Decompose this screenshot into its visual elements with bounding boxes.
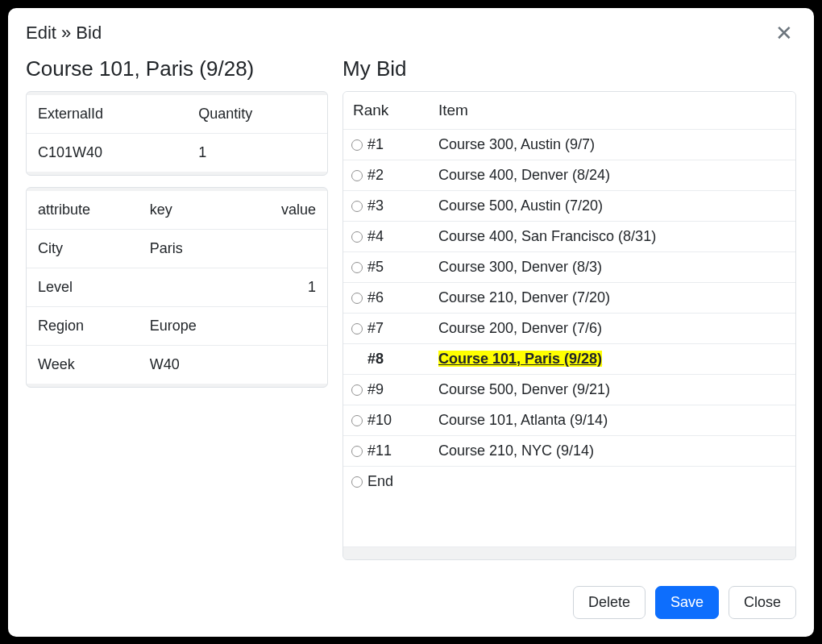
bid-item-label: Course 210, NYC (9/14)	[438, 442, 594, 459]
attr-key: W40	[139, 345, 242, 384]
bid-end-label: End	[367, 473, 393, 489]
attribute-row: Level1	[27, 268, 327, 306]
bid-item-label: Course 101, Paris (9/28)	[438, 351, 602, 367]
bid-row[interactable]: #4Course 400, San Francisco (8/31)	[343, 221, 795, 251]
bid-item-label: Course 300, Denver (8/3)	[438, 259, 602, 275]
bid-row[interactable]: #9Course 500, Denver (9/21)	[343, 374, 795, 405]
bid-row[interactable]: #3Course 500, Austin (7/20)	[343, 190, 795, 221]
bid-rank-cell[interactable]: End	[343, 466, 432, 497]
bid-row[interactable]: #7Course 200, Denver (7/6)	[343, 313, 795, 343]
delete-button[interactable]: Delete	[573, 586, 646, 619]
bid-rank-cell[interactable]: #1	[343, 129, 432, 160]
bid-rank-cell[interactable]: #11	[343, 435, 432, 466]
radio-icon[interactable]	[351, 201, 363, 212]
bid-rank-cell[interactable]: #7	[343, 313, 432, 343]
modal-body: Course 101, Paris (9/28) ExternalId Quan…	[8, 56, 814, 575]
bid-row[interactable]: #2Course 400, Denver (8/24)	[343, 160, 795, 190]
item-heading: Course 101, Paris (9/28)	[26, 56, 328, 81]
bid-item-cell[interactable]: Course 400, San Francisco (8/31)	[432, 221, 795, 251]
modal-header: Edit » Bid ✕	[8, 8, 814, 56]
bid-rank-cell[interactable]: #2	[343, 160, 432, 190]
bid-rank-label: #1	[367, 136, 384, 152]
radio-icon[interactable]	[351, 170, 363, 181]
attribute-row: RegionEurope	[27, 306, 327, 345]
radio-icon[interactable]	[351, 476, 363, 488]
bid-item-cell	[432, 466, 795, 497]
radio-icon[interactable]	[351, 262, 363, 273]
attrs-header-attribute: attribute	[27, 191, 139, 230]
attr-name: Region	[27, 306, 139, 345]
bid-card: Rank Item #1Course 300, Austin (9/7)#2Co…	[342, 91, 796, 560]
bid-item-label: Course 500, Austin (7/20)	[438, 197, 603, 214]
bid-item-cell[interactable]: Course 500, Denver (9/21)	[432, 374, 795, 405]
bid-item-cell[interactable]: Course 300, Denver (8/3)	[432, 251, 795, 282]
bid-item-cell[interactable]: Course 500, Austin (7/20)	[432, 190, 795, 221]
bid-item-cell[interactable]: Course 200, Denver (7/6)	[432, 313, 795, 343]
details-header-externalid: ExternalId	[27, 95, 187, 134]
attribute-row: WeekW40	[27, 345, 327, 384]
attribute-row: CityParis	[27, 229, 327, 268]
bid-rank-label: #10	[367, 412, 392, 428]
bid-rank-cell[interactable]: #3	[343, 190, 432, 221]
radio-icon[interactable]	[351, 293, 363, 304]
radio-icon[interactable]	[351, 231, 363, 243]
bid-item-label: Course 400, San Francisco (8/31)	[438, 228, 656, 244]
radio-icon[interactable]	[351, 384, 363, 396]
details-row: C101W40 1	[27, 133, 327, 172]
details-header-quantity: Quantity	[187, 95, 327, 134]
attributes-card: attribute key value CityParisLevel1Regio…	[26, 187, 328, 388]
bid-item-label: Course 200, Denver (7/6)	[438, 320, 602, 336]
bid-footer-strip	[343, 546, 795, 559]
bid-row-end[interactable]: End	[343, 466, 795, 497]
attr-name: City	[27, 229, 139, 268]
bid-item-cell[interactable]: Course 210, NYC (9/14)	[432, 435, 795, 466]
radio-icon[interactable]	[351, 323, 363, 334]
details-externalid: C101W40	[27, 133, 187, 172]
attr-value: 1	[242, 268, 327, 306]
bid-item-cell[interactable]: Course 300, Austin (9/7)	[432, 129, 795, 160]
attrs-header-key: key	[139, 191, 242, 230]
bid-rank-label: #6	[367, 289, 384, 305]
close-icon[interactable]: ✕	[772, 23, 796, 44]
bid-rank-label: #4	[367, 228, 384, 244]
radio-placeholder	[351, 352, 363, 364]
attr-key: Europe	[139, 306, 242, 345]
bid-rank-label: #5	[367, 259, 384, 275]
bid-rank-cell[interactable]: #4	[343, 221, 432, 251]
attr-value	[242, 345, 327, 384]
close-button[interactable]: Close	[729, 586, 796, 619]
bid-item-label: Course 400, Denver (8/24)	[438, 167, 610, 183]
bid-row[interactable]: #1Course 300, Austin (9/7)	[343, 129, 795, 160]
bid-item-cell[interactable]: Course 210, Denver (7/20)	[432, 282, 795, 313]
bid-row[interactable]: #5Course 300, Denver (8/3)	[343, 251, 795, 282]
bid-header-rank: Rank	[343, 92, 432, 130]
bid-rank-cell[interactable]: #6	[343, 282, 432, 313]
bid-row[interactable]: #8Course 101, Paris (9/28)	[343, 343, 795, 374]
radio-icon[interactable]	[351, 139, 363, 151]
edit-bid-modal: Edit » Bid ✕ Course 101, Paris (9/28) Ex…	[8, 8, 814, 637]
bid-rank-label: #11	[367, 442, 392, 459]
save-button[interactable]: Save	[655, 586, 719, 619]
modal-title: Edit » Bid	[26, 23, 102, 44]
bid-rank-cell[interactable]: #8	[343, 343, 432, 374]
bid-item-cell[interactable]: Course 101, Paris (9/28)	[432, 343, 795, 374]
mybid-heading: My Bid	[342, 56, 796, 81]
bid-item-cell[interactable]: Course 101, Atlanta (9/14)	[432, 405, 795, 435]
bid-row[interactable]: #10Course 101, Atlanta (9/14)	[343, 405, 795, 435]
bid-rank-label: #2	[367, 167, 384, 183]
details-card: ExternalId Quantity C101W40 1	[26, 91, 328, 176]
attr-value	[242, 306, 327, 345]
bid-row[interactable]: #11Course 210, NYC (9/14)	[343, 435, 795, 466]
attr-value	[242, 229, 327, 268]
bid-rank-cell[interactable]: #9	[343, 374, 432, 405]
bid-rank-label: #8	[367, 351, 384, 367]
radio-icon[interactable]	[351, 415, 363, 426]
bid-row[interactable]: #6Course 210, Denver (7/20)	[343, 282, 795, 313]
bid-rank-cell[interactable]: #10	[343, 405, 432, 435]
attr-key: Paris	[139, 229, 242, 268]
bid-rank-label: #9	[367, 381, 384, 397]
bid-item-label: Course 101, Atlanta (9/14)	[438, 412, 608, 428]
radio-icon[interactable]	[351, 446, 363, 457]
bid-rank-cell[interactable]: #5	[343, 251, 432, 282]
bid-item-cell[interactable]: Course 400, Denver (8/24)	[432, 160, 795, 190]
